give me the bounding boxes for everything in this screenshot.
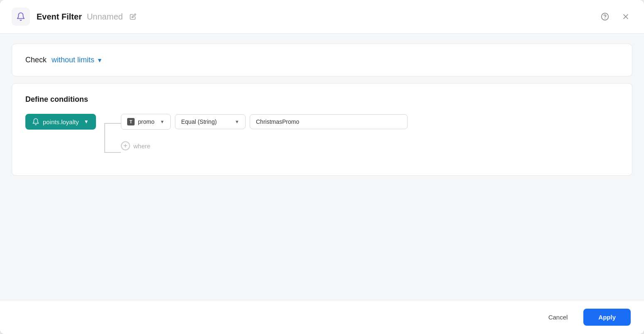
property-type-icon: T — [127, 118, 135, 125]
operator-dropdown[interactable]: Equal (String) ▼ — [175, 114, 246, 129]
bell-icon — [16, 12, 25, 21]
check-card: Check without limits ▼ — [12, 44, 632, 76]
where-label: where — [133, 142, 150, 150]
modal-content: Check without limits ▼ Define conditions… — [0, 34, 644, 300]
check-dropdown[interactable]: without limits ▼ — [52, 56, 103, 64]
edit-name-button[interactable] — [127, 11, 139, 22]
modal-footer: Cancel Apply — [0, 300, 644, 334]
header-actions — [598, 10, 632, 23]
connector-horizontal-bottom — [104, 152, 121, 153]
modal-header: Event Filter Unnamed — [0, 0, 644, 34]
modal-container: Event Filter Unnamed — [0, 0, 644, 334]
event-pill-label: points.loyalty — [43, 118, 79, 125]
property-chevron-icon: ▼ — [160, 119, 165, 124]
modal-subtitle: Unnamed — [87, 12, 123, 22]
where-button[interactable]: + where — [121, 140, 408, 152]
conditions-card: Define conditions points.loyalty ▼ — [12, 83, 632, 176]
apply-button[interactable]: Apply — [583, 309, 631, 326]
cancel-button[interactable]: Cancel — [538, 309, 578, 326]
operator-label: Equal (String) — [181, 118, 217, 125]
check-section: Check without limits ▼ — [25, 56, 619, 64]
event-pill-chevron-icon: ▼ — [84, 119, 89, 125]
chevron-down-icon: ▼ — [97, 57, 103, 64]
connector — [96, 114, 121, 164]
connector-vertical-line — [104, 123, 105, 152]
condition-row: T promo ▼ Equal (String) ▼ — [121, 114, 408, 130]
check-label: Check — [25, 56, 47, 64]
plus-circle-icon: + — [121, 141, 130, 150]
connector-lines — [96, 114, 121, 164]
event-pill-icon — [32, 118, 39, 125]
value-input[interactable] — [250, 114, 408, 129]
help-icon — [601, 12, 609, 21]
event-pill[interactable]: points.loyalty ▼ — [25, 114, 96, 130]
operator-chevron-icon: ▼ — [235, 119, 239, 124]
close-icon — [622, 12, 630, 21]
check-dropdown-text: without limits — [52, 56, 94, 64]
pencil-icon — [130, 13, 136, 20]
conditions-body: points.loyalty ▼ — [25, 114, 619, 164]
conditions-rows: T promo ▼ Equal (String) ▼ + — [121, 114, 408, 152]
property-label: promo — [138, 118, 155, 125]
conditions-title: Define conditions — [25, 95, 619, 104]
connector-horizontal-top — [104, 123, 121, 124]
property-dropdown[interactable]: T promo ▼ — [121, 114, 171, 130]
modal-title: Event Filter — [37, 12, 82, 22]
close-button[interactable] — [619, 10, 632, 23]
header-icon-wrap — [12, 7, 30, 26]
help-button[interactable] — [598, 10, 612, 23]
